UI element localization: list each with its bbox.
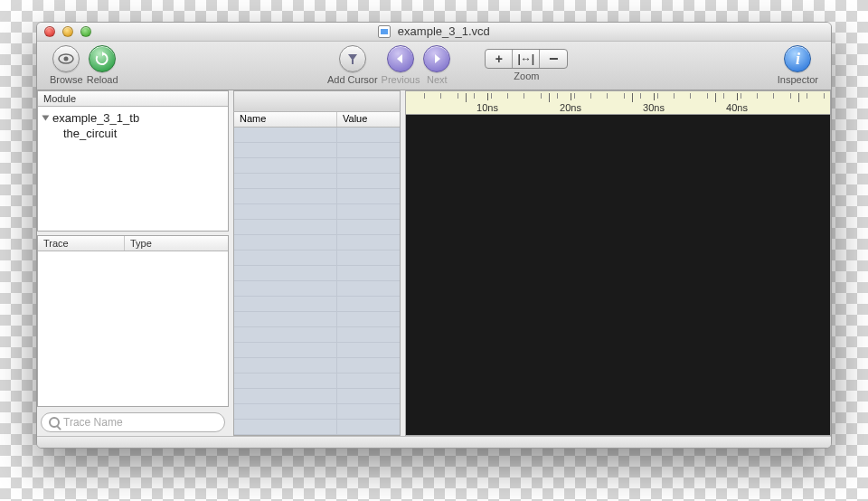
trace-search-input[interactable]	[63, 416, 217, 429]
table-row	[234, 404, 400, 420]
reload-item: Reload	[87, 45, 118, 85]
browse-label: Browse	[50, 74, 83, 85]
inspector-button[interactable]: i	[784, 45, 811, 72]
table-row	[234, 358, 400, 373]
svg-rect-2	[352, 60, 354, 64]
disclosure-triangle-icon[interactable]	[42, 116, 49, 121]
name-value-column: Name Value	[233, 90, 405, 436]
search-field[interactable]	[41, 412, 225, 432]
zoom-fit-button[interactable]: |↔|	[513, 50, 540, 68]
tree-row-child[interactable]: the_circuit	[43, 126, 222, 141]
table-row	[234, 389, 400, 404]
module-header[interactable]: Module	[38, 91, 228, 106]
time-ruler[interactable]: 10ns20ns30ns40ns	[405, 90, 831, 115]
svg-point-1	[64, 57, 69, 61]
zoom-in-button[interactable]: +	[486, 50, 513, 68]
trace-header-row: Trace Type	[38, 236, 228, 251]
next-button[interactable]	[423, 45, 450, 72]
window-title-text: example_3_1.vcd	[398, 24, 490, 38]
previous-item: Previous	[382, 45, 420, 85]
table-row	[234, 174, 400, 189]
window-title: example_3_1.vcd	[37, 24, 831, 38]
inspector-label: Inspector	[778, 74, 818, 85]
toolbar: Browse Reload Add Cursor Previous Nex	[37, 42, 831, 90]
table-row	[234, 235, 400, 250]
table-row	[234, 312, 400, 327]
ruler-tick-label: 40ns	[726, 102, 748, 113]
close-window-button[interactable]	[44, 26, 55, 37]
browse-item: Browse	[50, 45, 83, 85]
cursor-down-icon	[345, 52, 360, 66]
traffic-lights	[44, 26, 91, 37]
eye-icon	[58, 53, 74, 64]
titlebar: example_3_1.vcd	[37, 23, 831, 42]
value-column-header[interactable]: Value	[337, 112, 400, 127]
app-window: example_3_1.vcd Browse Reload Add Cursor	[36, 22, 832, 449]
table-row	[234, 220, 400, 235]
inspector-item: i Inspector	[778, 45, 818, 85]
ruler-tick-label: 30ns	[643, 102, 665, 113]
waveform-column: 10ns20ns30ns40ns	[405, 90, 831, 436]
table-row	[234, 158, 400, 174]
zoom-out-button[interactable]: −	[540, 50, 567, 68]
left-column: Module example_3_1_tb the_circuit Trace …	[37, 90, 233, 436]
search-wrap	[37, 407, 229, 436]
reload-label: Reload	[87, 74, 118, 85]
table-row	[234, 189, 400, 204]
reload-button[interactable]	[89, 45, 116, 72]
reload-icon	[95, 52, 109, 66]
table-row	[234, 281, 400, 297]
zoom-label: Zoom	[514, 71, 539, 81]
tree-root-label: example_3_1_tb	[52, 111, 139, 125]
table-row	[234, 143, 400, 158]
next-label: Next	[427, 74, 448, 85]
zoom-item: + |↔| − Zoom	[485, 49, 568, 81]
signal-toolbar-strip	[233, 90, 401, 112]
addcursor-item: Add Cursor	[327, 45, 378, 85]
tree-row-root[interactable]: example_3_1_tb	[43, 110, 222, 126]
module-tree: example_3_1_tb the_circuit	[38, 107, 228, 145]
zoom-segmented-control: + |↔| −	[485, 49, 568, 69]
module-header-row: Module	[38, 91, 228, 107]
nv-rows	[234, 128, 400, 435]
browse-button[interactable]	[52, 45, 80, 72]
info-icon: i	[796, 50, 800, 69]
next-item: Next	[423, 45, 450, 85]
arrow-right-icon	[430, 52, 443, 65]
addcursor-label: Add Cursor	[327, 74, 378, 85]
module-panel: Module example_3_1_tb the_circuit	[37, 90, 229, 232]
waveform-area[interactable]	[405, 115, 831, 436]
ruler-tick-label: 10ns	[476, 102, 498, 113]
arrow-left-icon	[394, 52, 407, 65]
trace-header[interactable]: Trace	[38, 236, 125, 250]
status-bar	[37, 436, 831, 448]
search-icon	[49, 417, 60, 428]
previous-label: Previous	[382, 74, 420, 85]
name-column-header[interactable]: Name	[234, 112, 337, 127]
zoom-window-button[interactable]	[80, 26, 91, 37]
table-row	[234, 297, 400, 312]
table-row	[234, 204, 400, 220]
content-area: Module example_3_1_tb the_circuit Trace …	[37, 90, 831, 436]
table-row	[234, 266, 400, 281]
table-row	[234, 420, 400, 435]
type-header[interactable]: Type	[125, 236, 228, 250]
document-icon	[378, 25, 391, 38]
trace-panel: Trace Type	[37, 235, 229, 407]
table-row	[234, 373, 400, 389]
name-value-table: Name Value	[233, 112, 401, 436]
table-row	[234, 343, 400, 358]
ruler-tick-label: 20ns	[560, 102, 581, 113]
table-row	[234, 250, 400, 266]
previous-button[interactable]	[387, 45, 414, 72]
table-row	[234, 128, 400, 143]
tree-child-label: the_circuit	[63, 127, 117, 140]
addcursor-button[interactable]	[339, 45, 366, 72]
nv-header-row: Name Value	[234, 112, 400, 128]
minimize-window-button[interactable]	[62, 26, 73, 37]
table-row	[234, 327, 400, 343]
